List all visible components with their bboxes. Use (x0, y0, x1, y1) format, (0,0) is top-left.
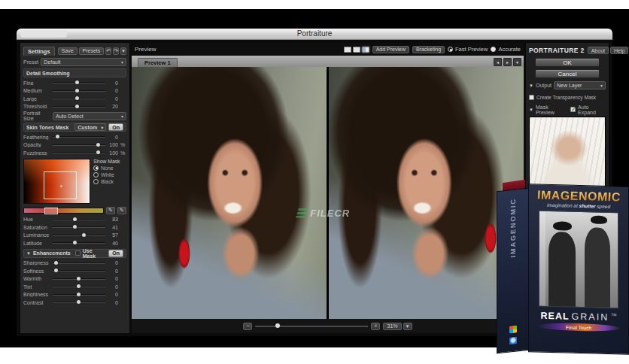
slider-knob[interactable] (96, 150, 100, 154)
about-button[interactable]: About (588, 47, 609, 54)
eyedropper-remove-button[interactable]: ✎ (117, 207, 126, 214)
slider-track[interactable] (53, 235, 105, 236)
chevron-down-icon: ▾ (121, 59, 123, 65)
zoom-slider[interactable] (255, 326, 368, 327)
preset-select[interactable]: Default ▾ (41, 58, 126, 66)
slider-track[interactable] (53, 219, 105, 220)
slider-label: Fuzziness (23, 150, 50, 156)
skin-tones-mode-value: Custom (77, 125, 97, 130)
slider-track[interactable] (53, 286, 105, 287)
tab-preview-1[interactable]: Preview 1 (138, 58, 178, 67)
radio-icon[interactable] (491, 47, 496, 52)
slider-track[interactable] (53, 106, 105, 108)
slider-knob[interactable] (75, 105, 79, 108)
slider-track[interactable] (53, 136, 105, 138)
portrait-size-select[interactable]: Auto Detect ▾ (53, 112, 126, 120)
slider-track[interactable] (53, 226, 105, 228)
output-select[interactable]: New Layer ▾ (554, 81, 606, 89)
slider-knob[interactable] (56, 135, 59, 138)
zoom-level-menu-button[interactable]: ▾ (403, 323, 412, 330)
slider-knob[interactable] (77, 300, 81, 304)
slider-value: 0 (108, 135, 118, 140)
slider-track[interactable] (53, 242, 105, 244)
slider-knob[interactable] (77, 293, 81, 296)
radio-icon[interactable] (93, 165, 99, 171)
bracketing-button[interactable]: Bracketing (412, 46, 445, 53)
slider-track[interactable] (53, 262, 105, 264)
single-view-icon[interactable] (344, 47, 351, 53)
portrait-size-value: Auto Detect (56, 114, 84, 119)
slider-track[interactable] (53, 278, 105, 280)
skin-tones-on-button[interactable]: On (108, 123, 123, 131)
color-gradient-picker[interactable] (23, 159, 90, 204)
ok-button[interactable]: OK (535, 58, 600, 67)
before-image-tile[interactable] (132, 67, 327, 319)
slider-track[interactable] (53, 144, 105, 146)
auto-expand-checkbox[interactable] (570, 107, 576, 112)
slider-row: Luminance57 (23, 232, 126, 240)
tab-next-button[interactable]: ▸ (503, 58, 512, 66)
eyedropper-add-button[interactable]: ✎ (106, 207, 115, 214)
use-mask-checkbox[interactable] (75, 250, 81, 256)
skin-tones-mode-select[interactable]: Custom ▾ (74, 123, 106, 131)
zoom-out-button[interactable]: − (243, 323, 252, 330)
split-view-icon[interactable] (362, 47, 369, 53)
slider-track[interactable] (53, 270, 105, 271)
slider-track[interactable] (53, 294, 105, 296)
brand-title: Portraiture 2 (529, 47, 585, 54)
slider-track[interactable] (53, 302, 105, 303)
cancel-button[interactable]: Cancel (535, 69, 600, 78)
slider-knob[interactable] (54, 261, 58, 265)
slider-knob[interactable] (73, 225, 77, 229)
slider-knob[interactable] (77, 277, 81, 281)
slider-knob[interactable] (54, 268, 58, 272)
radio-icon[interactable] (93, 179, 99, 184)
slider-knob[interactable] (75, 89, 79, 93)
slider-value: 20 (108, 104, 118, 109)
undo-button[interactable]: ↶ (105, 47, 111, 55)
fast-preview-radio[interactable]: Fast Preview (448, 46, 488, 53)
transparency-checkbox[interactable] (529, 95, 534, 100)
detail-smoothing-header[interactable]: Detail Smoothing (23, 68, 126, 77)
slider-knob[interactable] (73, 241, 77, 244)
add-preview-button[interactable]: Add Preview (372, 46, 409, 53)
enhancements-on-button[interactable]: On (108, 250, 123, 257)
tab-settings[interactable]: Settings (23, 47, 55, 56)
slider-track[interactable] (53, 152, 105, 153)
radio-option-white[interactable]: White (93, 171, 126, 178)
zoom-level-value[interactable]: 31% (383, 323, 401, 330)
slider-knob[interactable] (75, 96, 79, 100)
tab-menu-button[interactable]: ▾ (513, 58, 521, 66)
dual-view-icon[interactable] (353, 47, 360, 53)
slider-knob[interactable] (77, 284, 81, 288)
zoom-slider-knob[interactable] (275, 323, 280, 328)
transparency-row[interactable]: Create Transparency Mask (529, 93, 606, 102)
redo-button[interactable]: ↷ (113, 47, 119, 55)
enhancements-header[interactable]: ▼ Enhancements Use Mask On (23, 249, 126, 258)
slider-knob[interactable] (75, 80, 79, 84)
zoom-in-button[interactable]: + (371, 323, 380, 330)
presets-button[interactable]: Presets (79, 47, 105, 55)
slider-knob[interactable] (96, 143, 100, 147)
radio-option-none[interactable]: None (93, 165, 126, 171)
slider-track[interactable] (53, 98, 105, 99)
save-button[interactable]: Save (58, 47, 77, 55)
panel-menu-button[interactable]: ▾ (120, 47, 126, 55)
hue-selected-segment[interactable] (44, 208, 58, 214)
slider-track[interactable] (53, 90, 105, 92)
radio-icon[interactable] (93, 172, 99, 177)
tab-prev-button[interactable]: ◂ (494, 58, 502, 66)
slider-value: 41 (108, 225, 118, 230)
help-button[interactable]: Help (610, 47, 628, 54)
slider-knob[interactable] (73, 217, 77, 221)
slider-knob[interactable] (82, 233, 86, 237)
accurate-radio[interactable]: Accurate (491, 46, 521, 53)
radio-option-black[interactable]: Black (93, 178, 126, 185)
slider-row: Medium0 (23, 87, 126, 96)
radio-icon[interactable] (448, 47, 453, 52)
hue-strip[interactable] (23, 208, 104, 214)
skin-tones-mask-header[interactable]: Skin Tones Mask Custom ▾ On (23, 123, 126, 132)
window-titlebar[interactable]: Portraiture (17, 29, 612, 40)
slider-track[interactable] (53, 82, 105, 83)
triangle-down-icon: ▼ (26, 251, 31, 256)
